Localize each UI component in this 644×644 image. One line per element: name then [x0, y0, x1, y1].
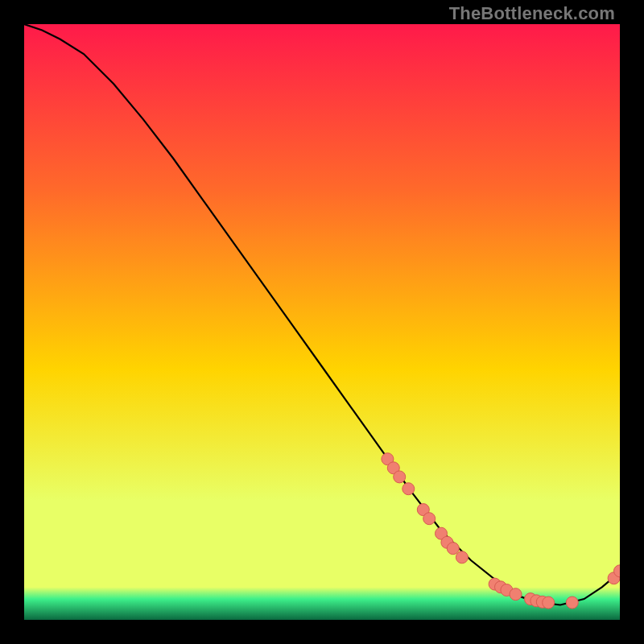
data-point-p3 [394, 471, 406, 483]
data-point-p19 [566, 597, 578, 609]
data-point-p6 [423, 513, 436, 525]
plot-area [24, 24, 620, 620]
chart-container: TheBottleneck.com [0, 0, 644, 644]
chart-svg [24, 24, 620, 620]
watermark-text: TheBottleneck.com [449, 3, 615, 24]
data-point-p10 [456, 551, 468, 564]
data-point-p4 [402, 483, 415, 495]
data-point-p9 [447, 543, 459, 555]
data-point-p14 [510, 588, 522, 601]
data-point-p18 [543, 597, 555, 609]
heat-gradient [24, 24, 620, 620]
